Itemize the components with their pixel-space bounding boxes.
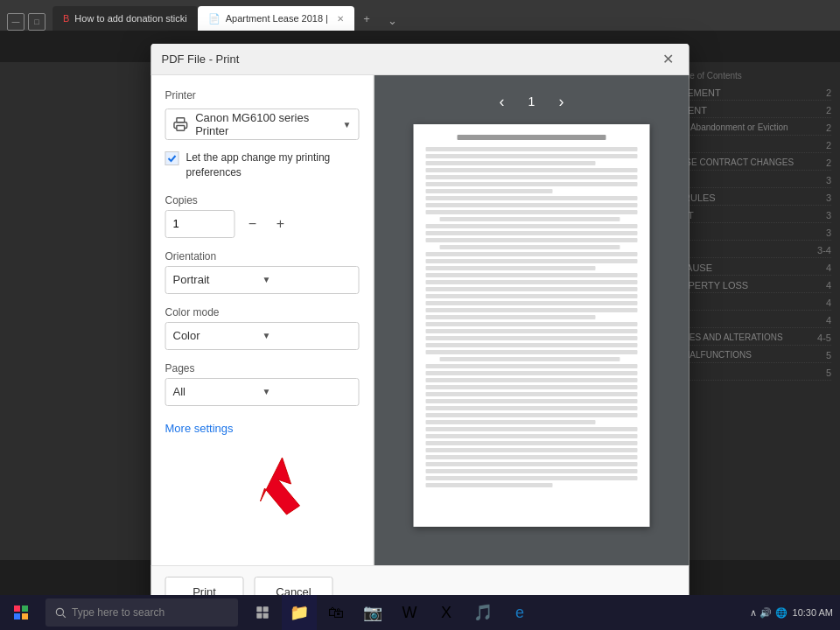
doc-line <box>426 203 638 207</box>
doc-line <box>426 385 638 389</box>
window-maximize[interactable]: □ <box>28 13 46 31</box>
app6-button[interactable]: 🎵 <box>466 595 500 630</box>
store-icon: 🛍 <box>328 604 344 622</box>
taskbar-search-placeholder: Type here to search <box>72 606 164 619</box>
checkbox-check-icon <box>167 153 178 164</box>
doc-line <box>426 231 638 235</box>
doc-line <box>426 147 638 151</box>
doc-line <box>426 350 638 354</box>
tab-overflow-button[interactable]: ⌄ <box>382 10 403 31</box>
doc-line <box>426 469 638 473</box>
doc-line <box>426 371 638 375</box>
tab-close-2[interactable]: ✕ <box>337 14 344 24</box>
doc-line <box>426 455 638 459</box>
orientation-label: Orientation <box>165 250 360 262</box>
word-button[interactable]: W <box>392 595 427 630</box>
dialog-title: PDF File - Print <box>162 52 658 66</box>
printer-dropdown[interactable]: Canon MG6100 series Printer ▼ <box>165 108 360 140</box>
doc-line <box>426 378 638 382</box>
word-icon: W <box>402 604 417 622</box>
store-button[interactable]: 🛍 <box>318 595 354 630</box>
task-view-button[interactable] <box>245 595 280 630</box>
search-icon <box>54 606 66 619</box>
doc-line <box>426 336 638 340</box>
system-tray: ∧ 🔊 🌐 <box>750 607 787 619</box>
printer-dropdown-arrow: ▼ <box>343 120 352 130</box>
window-minimize[interactable]: — <box>7 13 24 31</box>
orientation-value: Portrait <box>173 273 262 286</box>
doc-line <box>426 392 638 396</box>
doc-line <box>440 245 620 249</box>
doc-line <box>426 182 638 186</box>
new-tab-button[interactable]: + <box>354 6 379 31</box>
photo-button[interactable]: 📷 <box>355 595 390 630</box>
doc-line <box>426 210 638 214</box>
svg-rect-12 <box>263 613 269 619</box>
left-panel: Printer Canon MG6100 series Printer ▼ <box>151 75 374 618</box>
color-mode-dropdown[interactable]: Color ▼ <box>165 322 360 350</box>
doc-line <box>426 322 638 326</box>
color-mode-label: Color mode <box>165 306 360 318</box>
doc-line <box>426 406 638 410</box>
color-mode-arrow: ▼ <box>262 331 352 340</box>
start-button[interactable] <box>0 595 42 630</box>
red-arrow-indicator <box>239 449 309 522</box>
edge-button[interactable]: e <box>502 595 537 630</box>
pages-value: All <box>173 385 262 398</box>
doc-line <box>426 329 638 333</box>
svg-rect-6 <box>22 613 28 620</box>
taskbar: Type here to search 📁 🛍 📷 W X 🎵 <box>0 595 840 630</box>
svg-point-7 <box>56 608 63 615</box>
tab-1[interactable]: B How to add donation sticki <box>52 6 198 31</box>
doc-line <box>426 301 638 305</box>
dialog-titlebar: PDF File - Print ✕ <box>151 44 690 75</box>
doc-line <box>426 266 596 270</box>
doc-line <box>426 483 553 487</box>
photo-icon: 📷 <box>363 603 382 622</box>
dialog-close-button[interactable]: ✕ <box>658 49 679 70</box>
copies-input[interactable] <box>165 210 235 238</box>
svg-rect-1 <box>177 125 185 130</box>
doc-line <box>440 217 620 221</box>
doc-line <box>426 462 638 466</box>
taskbar-search-box[interactable]: Type here to search <box>46 598 238 626</box>
tab-bar: — □ B How to add donation sticki 📄 Apart… <box>0 0 840 31</box>
tab-label-1: How to add donation sticki <box>74 13 186 24</box>
doc-line <box>426 196 638 200</box>
copies-increment-button[interactable]: + <box>270 214 291 234</box>
task-view-icon <box>256 606 270 620</box>
svg-rect-4 <box>22 606 28 612</box>
excel-button[interactable]: X <box>429 595 464 630</box>
doc-line <box>426 189 553 193</box>
preview-navigation: ‹ 1 › <box>490 89 574 114</box>
svg-rect-10 <box>263 606 269 612</box>
svg-rect-3 <box>14 606 20 612</box>
pages-dropdown[interactable]: All ▼ <box>165 378 360 406</box>
doc-line <box>426 315 596 319</box>
doc-line <box>426 259 638 263</box>
pages-arrow: ▼ <box>262 387 352 396</box>
print-dialog: PDF File - Print ✕ Printer Canon MG6100 … <box>151 44 690 618</box>
doc-line <box>426 294 638 298</box>
more-settings-link[interactable]: More settings <box>165 422 234 435</box>
file-explorer-button[interactable]: 📁 <box>282 595 317 630</box>
svg-rect-0 <box>177 118 185 122</box>
doc-line <box>426 273 638 277</box>
printing-prefs-checkbox[interactable] <box>165 151 179 165</box>
doc-line <box>426 399 638 403</box>
next-page-button[interactable]: › <box>549 89 573 114</box>
color-mode-value: Color <box>173 329 262 342</box>
previous-page-button[interactable]: ‹ <box>490 89 514 114</box>
doc-line <box>426 434 638 438</box>
tab-2[interactable]: 📄 Apartment Lease 2018 | ✕ <box>198 6 354 31</box>
doc-line <box>426 252 638 256</box>
doc-line <box>426 420 596 424</box>
printer-name: Canon MG6100 series Printer <box>195 111 342 137</box>
excel-icon: X <box>441 604 452 622</box>
printing-prefs-row: Let the app change my printing preferenc… <box>165 150 360 180</box>
copies-decrement-button[interactable]: − <box>242 214 263 234</box>
orientation-dropdown[interactable]: Portrait ▼ <box>165 266 360 294</box>
dialog-body: Printer Canon MG6100 series Printer ▼ <box>151 75 690 618</box>
preview-panel: ‹ 1 › <box>374 75 690 618</box>
pages-field: Pages All ▼ <box>165 362 360 406</box>
